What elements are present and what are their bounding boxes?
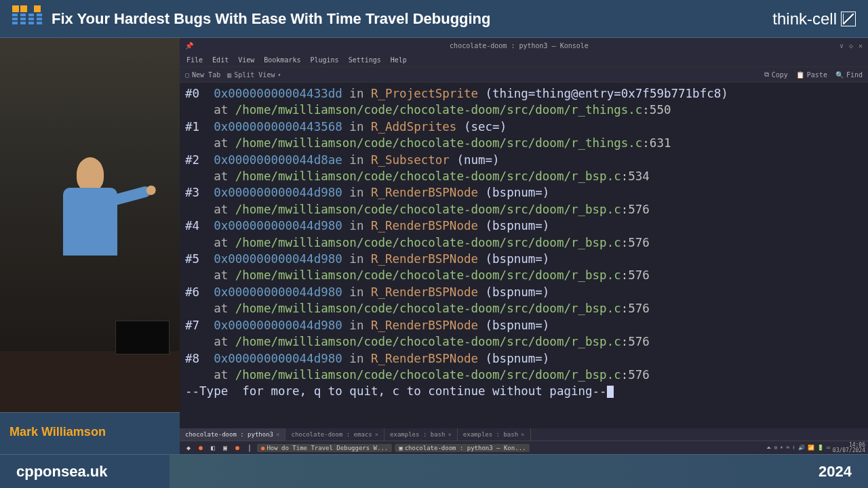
tray-up-icon[interactable]: ⏶ (766, 445, 772, 451)
tray-battery-icon[interactable]: 🔋 (817, 445, 824, 451)
presenter-name: Mark Williamson (0, 412, 180, 454)
app-icon[interactable]: ◧ (208, 443, 218, 453)
menu-edit[interactable]: Edit (212, 56, 229, 64)
menu-plugins[interactable]: Plugins (310, 56, 338, 64)
menu-settings[interactable]: Settings (349, 56, 381, 64)
tray-desktop-icon[interactable]: ▭ (827, 445, 830, 451)
terminal-tabs: chocolate-doom : python3 ×chocolate-doom… (180, 428, 868, 441)
taskbar-app-konsole[interactable]: ▣chocolate-doom : python3 — Kon... (395, 444, 530, 452)
taskbar-clock[interactable]: 14:0603/07/2024 (833, 443, 865, 453)
window-title: chocolate-doom : python3 — Konsole (199, 42, 840, 49)
minimize-icon[interactable]: ∨ (840, 42, 844, 49)
header-bar: Fix Your Hardest Bugs With Ease With Tim… (0, 0, 868, 38)
terminal-tab[interactable]: chocolate-doom : python3 × (180, 428, 285, 441)
presenter-video (0, 38, 180, 412)
separator-icon: | (245, 443, 254, 453)
menu-file[interactable]: File (186, 56, 203, 64)
tray-volume-icon[interactable]: 🔊 (798, 445, 805, 451)
menu-help[interactable]: Help (391, 56, 407, 64)
laptop-icon (115, 321, 170, 354)
terminal-tab[interactable]: chocolate-doom : emacs × (285, 428, 384, 441)
footer-bar: cpponsea.uk 2024 (0, 454, 868, 488)
toolbar: ▢ New Tab ▥ Split View ▾ ⧉ Copy 📋 Paste … (180, 66, 868, 83)
tab-close-icon[interactable]: × (276, 431, 279, 438)
tray-brightness-icon[interactable]: ☀ (780, 445, 783, 451)
terminal-tab[interactable]: examples : bash × (384, 428, 458, 441)
close-icon[interactable]: ✕ (859, 42, 863, 49)
cpponsea-logo-icon (12, 5, 43, 33)
window-titlebar[interactable]: 📌 chocolate-doom : python3 — Konsole ∨ ◇… (180, 38, 868, 53)
new-tab-button[interactable]: ▢ New Tab (185, 71, 220, 79)
terminal-output[interactable]: #0 0x00000000004433dd in R_ProjectSprite… (180, 83, 868, 428)
menu-bookmarks[interactable]: Bookmarks (264, 56, 300, 64)
thinkcell-icon (841, 12, 856, 26)
footer-site: cpponsea.uk (16, 463, 107, 481)
pin-icon[interactable]: 📌 (185, 42, 193, 49)
maximize-icon[interactable]: ◇ (849, 42, 853, 49)
firefox-icon[interactable]: ● (196, 443, 205, 453)
tray-notif-icon[interactable]: ⊙ (774, 445, 778, 451)
presenter-panel: Mark Williamson (0, 38, 180, 454)
tray-wifi-icon[interactable]: 📶 (808, 445, 814, 451)
terminal-icon[interactable]: ▣ (220, 443, 230, 453)
talk-title: Fix Your Hardest Bugs With Ease With Tim… (52, 10, 772, 28)
copy-button[interactable]: ⧉ Copy (764, 70, 788, 79)
menu-bar: File Edit View Bookmarks Plugins Setting… (180, 53, 868, 66)
menu-view[interactable]: View (238, 56, 254, 64)
firefox2-icon[interactable]: ● (233, 443, 242, 453)
tab-close-icon[interactable]: × (375, 431, 378, 438)
tab-close-icon[interactable]: × (448, 431, 451, 438)
terminal-tab[interactable]: examples : bash × (458, 428, 531, 441)
kde-icon[interactable]: ◆ (184, 443, 193, 453)
taskbar: ◆ ● ◧ ▣ ● | ●How do Time Travel Debugger… (180, 441, 868, 454)
taskbar-app-browser[interactable]: ●How do Time Travel Debuggers W... (257, 444, 392, 452)
footer-year: 2024 (818, 463, 852, 481)
sponsor-logo: think-cell (772, 9, 856, 28)
split-view-button[interactable]: ▥ Split View ▾ (227, 71, 281, 79)
tray-bluetooth-icon[interactable]: ᚼ (792, 445, 795, 451)
paste-button[interactable]: 📋 Paste (796, 70, 827, 79)
tray-keyboard-icon[interactable]: ⌨ (786, 445, 789, 451)
find-button[interactable]: 🔍 Find (835, 70, 863, 79)
terminal-window: 📌 chocolate-doom : python3 — Konsole ∨ ◇… (180, 38, 868, 454)
tab-close-icon[interactable]: × (521, 431, 524, 438)
